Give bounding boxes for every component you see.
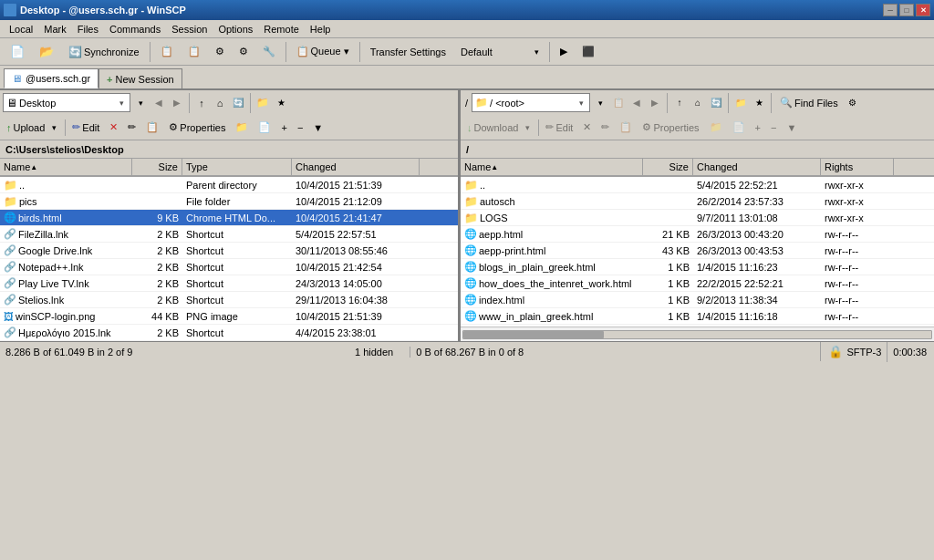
remote-file-list[interactable]: Name ▲ Size Changed Rights 📁 .. 5/4/2015… (461, 159, 934, 327)
remote-nav-refresh[interactable]: 🔄 (708, 93, 724, 112)
remote-edit-menu[interactable]: ▾ (524, 118, 536, 138)
local-file-row[interactable]: 🔗 Google Drive.lnk 2 KB Shortcut 30/11/2… (0, 243, 458, 259)
upload-button[interactable]: ↑ Upload (2, 118, 49, 138)
menu-session[interactable]: Session (166, 22, 213, 36)
minimize-button[interactable]: ─ (883, 4, 898, 16)
new-session-button[interactable]: + New Session (99, 68, 182, 88)
session-tab-users[interactable]: 🖥 @users.sch.gr (4, 68, 99, 88)
remote-nav-forward[interactable]: ▶ (647, 93, 663, 112)
local-file-row[interactable]: 🔗 Stelios.lnk 2 KB Shortcut 29/11/2013 1… (0, 292, 458, 308)
local-nav-show[interactable]: ▾ (132, 93, 149, 112)
remote-scrollbar[interactable] (461, 327, 934, 341)
local-bookmark[interactable]: ★ (273, 93, 289, 112)
remote-minus-btn[interactable]: − (766, 118, 781, 138)
local-file-list[interactable]: Name ▲ Size Type Changed 📁 .. Parent dir… (0, 159, 458, 341)
toolbar-btn-sync[interactable]: 🔄 Synchronize (62, 41, 146, 63)
remote-copy-button[interactable]: 📋 (615, 118, 637, 138)
toolbar-btn-a[interactable]: 📋 (154, 41, 180, 63)
local-filter-btn[interactable]: ▼ (308, 118, 327, 138)
local-rename-button[interactable]: ✏ (123, 118, 140, 138)
local-new-folder[interactable]: 📁 (254, 93, 271, 112)
toolbar-btn-d[interactable]: ⚙ (233, 41, 254, 63)
local-file-row[interactable]: 🖼 winSCP-login.png 44 KB PNG image 10/4/… (0, 308, 458, 325)
local-col-size[interactable]: Size (132, 159, 182, 175)
find-files-button[interactable]: 🔍 Find Files (775, 93, 843, 113)
toolbar-btn-go[interactable]: ▶ (554, 41, 574, 63)
menu-mark[interactable]: Mark (38, 22, 71, 36)
local-col-name[interactable]: Name ▲ (0, 159, 132, 175)
local-file-row[interactable]: 🔗 FileZilla.lnk 2 KB Shortcut 5/4/2015 2… (0, 226, 458, 243)
maximize-button[interactable]: □ (899, 4, 914, 16)
remote-address-combo[interactable]: 📁 / <root> ▾ (472, 93, 590, 112)
local-nav-forward[interactable]: ▶ (169, 93, 185, 112)
remote-filter-btn[interactable]: ▼ (782, 118, 801, 138)
local-file-row[interactable]: 🔗 Ημερολόγιο 2015.lnk 2 KB Shortcut 4/4/… (0, 325, 458, 341)
remote-file-row[interactable]: 🌐 index.html 1 KB 9/2/2013 11:38:34 rw-r… (461, 292, 934, 308)
remote-file-row[interactable]: 📁 autosch 26/2/2014 23:57:33 rwxr-xr-x (461, 193, 934, 210)
remote-file-row[interactable]: 🌐 aepp-print.html 43 KB 26/3/2013 00:43:… (461, 243, 934, 259)
remote-nav-bookmark[interactable]: 📋 (610, 93, 627, 112)
remote-nav-parent[interactable]: ↑ (671, 93, 688, 112)
remote-file-row[interactable]: 🌐 www_in_plain_greek.html 1 KB 1/4/2015 … (461, 308, 934, 325)
remote-new-folder[interactable]: 📁 (732, 93, 749, 112)
remote-nav-back[interactable]: ◀ (628, 93, 645, 112)
menu-options[interactable]: Options (213, 22, 258, 36)
remote-rename-button[interactable]: ✏ (597, 118, 614, 138)
remote-bookmark[interactable]: ★ (751, 93, 767, 112)
toolbar-btn-e[interactable]: 🔧 (256, 41, 282, 63)
remote-col-changed[interactable]: Changed (693, 159, 821, 175)
local-address-combo[interactable]: 🖥 Desktop ▾ (3, 93, 130, 112)
local-nav-parent[interactable]: ↑ (193, 93, 210, 112)
toolbar-btn-c[interactable]: ⚙ (209, 41, 231, 63)
toolbar-btn-default[interactable]: Default ▾ (454, 41, 545, 63)
remote-col-rights[interactable]: Rights (821, 159, 894, 175)
local-plus-btn[interactable]: + (276, 118, 291, 138)
toolbar-btn-stop[interactable]: ⬛ (576, 41, 601, 63)
download-button[interactable]: ↓ Download (462, 118, 523, 138)
remote-file-row[interactable]: 📁 .. 5/4/2015 22:52:21 rwxr-xr-x (461, 177, 934, 193)
local-nav-root[interactable]: ⌂ (212, 93, 228, 112)
remote-nav-show[interactable]: ▾ (592, 93, 608, 112)
toolbar-btn-queue[interactable]: 📋 Queue ▾ (290, 41, 356, 63)
remote-properties-button[interactable]: ⚙ Properties (638, 118, 703, 138)
remote-col-name[interactable]: Name ▲ (461, 159, 643, 175)
remote-file-row[interactable]: 🌐 aepp.html 21 KB 26/3/2013 00:43:20 rw-… (461, 226, 934, 243)
local-edit-button[interactable]: ✏ Edit (67, 118, 104, 138)
toolbar-btn-new[interactable]: 📄 (4, 41, 31, 63)
local-file-row[interactable]: 🔗 Play Live TV.lnk 2 KB Shortcut 24/3/20… (0, 275, 458, 292)
local-newfolder-btn[interactable]: 📁 (231, 118, 253, 138)
local-file-row[interactable]: 🌐 birds.html 9 KB Chrome HTML Do... 10/4… (0, 210, 458, 226)
menu-remote[interactable]: Remote (258, 22, 305, 36)
toolbar-btn-transfer[interactable]: Transfer Settings (364, 41, 452, 63)
remote-newfile-btn[interactable]: 📄 (728, 118, 750, 138)
remote-menu-btn[interactable]: ⚙ (845, 93, 861, 112)
menu-commands[interactable]: Commands (104, 22, 166, 36)
local-properties-button[interactable]: ⚙ Properties (164, 118, 230, 138)
remote-edit-button[interactable]: ✏ Edit (541, 118, 577, 138)
scrollbar-track[interactable] (462, 330, 932, 339)
local-nav-refresh[interactable]: 🔄 (230, 93, 246, 112)
local-nav-back[interactable]: ◀ (150, 93, 167, 112)
remote-col-size[interactable]: Size (643, 159, 693, 175)
toolbar-btn-open[interactable]: 📂 (33, 41, 60, 63)
remote-file-row[interactable]: 🌐 how_does_the_intenret_work.html 1 KB 2… (461, 275, 934, 292)
close-button[interactable]: ✕ (916, 4, 930, 16)
remote-file-row[interactable]: 🌐 blogs_in_plain_greek.html 1 KB 1/4/201… (461, 259, 934, 275)
menu-files[interactable]: Files (72, 22, 104, 36)
menu-help[interactable]: Help (305, 22, 337, 36)
local-file-row[interactable]: 📁 pics File folder 10/4/2015 21:12:09 (0, 193, 458, 210)
local-newfile-btn[interactable]: 📄 (254, 118, 275, 138)
local-delete-button[interactable]: ✕ (105, 118, 122, 138)
local-file-row[interactable]: 🔗 Notepad++.lnk 2 KB Shortcut 10/4/2015 … (0, 259, 458, 275)
local-col-type[interactable]: Type (182, 159, 292, 175)
local-file-row[interactable]: 📁 .. Parent directory 10/4/2015 21:51:39 (0, 177, 458, 193)
remote-nav-root[interactable]: ⌂ (690, 93, 706, 112)
remote-delete-button[interactable]: ✕ (578, 118, 596, 138)
toolbar-btn-b[interactable]: 📋 (182, 41, 207, 63)
local-edit-menu[interactable]: ▾ (50, 118, 63, 138)
remote-newfolder-btn[interactable]: 📁 (705, 118, 727, 138)
menu-local[interactable]: Local (4, 22, 38, 36)
local-col-changed[interactable]: Changed (292, 159, 420, 175)
local-copy-button[interactable]: 📋 (141, 118, 163, 138)
remote-file-row[interactable]: 📁 LOGS 9/7/2011 13:01:08 rwxr-xr-x (461, 210, 934, 226)
